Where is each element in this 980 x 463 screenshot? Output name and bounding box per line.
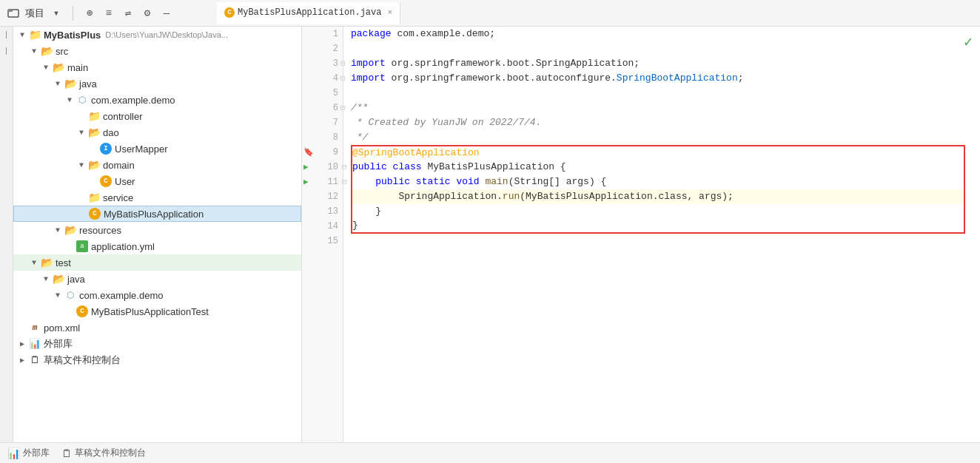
annotation-9: @SpringBootApplication	[352, 146, 480, 160]
libs-icon: 📊	[28, 337, 41, 351]
project-label[interactable]: 项目	[25, 7, 44, 20]
tree-src[interactable]: ▼ 📂 src	[13, 43, 301, 59]
tree-scratch[interactable]: ▶ 🗒 草稿文件和控制台	[13, 352, 301, 368]
list-icon[interactable]: ≡	[101, 6, 116, 21]
scratch-item[interactable]: 🗒 草稿文件和控制台	[61, 447, 146, 459]
code-line-11: ⊟ public static void main(String[] args)…	[351, 175, 965, 189]
libs-label: 外部库	[44, 337, 73, 351]
scratch-arrow: ▶	[16, 356, 28, 365]
controller-label: controller	[103, 111, 142, 122]
code-lines: package com.example.demo; ⊟ import org.s…	[343, 27, 980, 442]
app-test-icon: C	[75, 305, 89, 318]
fold-3: ⊟	[340, 56, 346, 71]
line-num-7: 7	[302, 115, 343, 130]
test-java-icon: 📂	[52, 272, 65, 285]
fold-10: ⊟	[342, 160, 347, 175]
test-package-icon: ⬡	[64, 288, 77, 302]
code-line-7: * Created by YuanJW on 2022/7/4.	[351, 115, 980, 130]
import-4c: ;	[738, 71, 744, 86]
close-icon[interactable]: —	[159, 6, 174, 21]
line-num-10: ▶ 10	[302, 160, 343, 175]
test-label: test	[56, 257, 71, 268]
tree-java[interactable]: ▼ 📂 java	[13, 75, 301, 92]
tree-app-selected[interactable]: ▶ C MyBatisPlusApplication	[13, 206, 301, 222]
kw-void-11: void	[456, 175, 485, 189]
tree-usermapper[interactable]: ▶ I UserMapper	[13, 141, 301, 157]
tab-label: MyBatisPlusApplication.java	[238, 7, 381, 18]
tree-test-java[interactable]: ▼ 📂 java	[13, 271, 301, 287]
tree-user[interactable]: ▶ C User	[13, 173, 301, 189]
package-label: com.example.demo	[91, 95, 175, 106]
comment-7: * Created by YuanJW on 2022/7/4.	[351, 115, 541, 130]
line-num-3: 3	[302, 56, 343, 71]
rail-icon-2: |	[1, 45, 13, 57]
project-icon[interactable]	[6, 6, 21, 21]
add-icon[interactable]: ⊕	[82, 6, 97, 21]
bottom-bar: 📊 外部库 🗒 草稿文件和控制台	[0, 442, 980, 463]
tree-external-libs[interactable]: ▶ 📊 外部库	[13, 336, 301, 352]
line-num-12: 12	[302, 189, 343, 204]
kw-static-11: static	[416, 175, 457, 189]
code-area: 1 2 3 4 5 6 7 8 🔖 9 ▶ 10	[302, 27, 980, 442]
test-package-label: com.example.demo	[79, 290, 163, 301]
tree-dao[interactable]: ▼ 📂 dao	[13, 124, 301, 141]
kw-import-4: import	[351, 71, 392, 86]
main-content: | | ▼ 📁 MyBatisPlus D:\Users\YuanJW\Desk…	[0, 27, 980, 442]
src-label: src	[56, 46, 68, 57]
tree-service[interactable]: ▶ 📁 service	[13, 189, 301, 206]
method-run: run	[503, 189, 520, 204]
bookmark-9: 🔖	[303, 145, 314, 160]
run-11[interactable]: ▶	[303, 175, 309, 189]
dao-label: dao	[103, 127, 119, 138]
tree-pom[interactable]: ▶ m pom.xml	[13, 320, 301, 336]
java-arrow: ▼	[52, 80, 64, 88]
file-tab[interactable]: C MyBatisPlusApplication.java ×	[217, 2, 400, 24]
run-10[interactable]: ▶	[303, 160, 309, 175]
tree-main[interactable]: ▼ 📂 main	[13, 59, 301, 75]
tree-domain[interactable]: ▼ 📂 domain	[13, 157, 301, 173]
root-arrow: ▼	[16, 31, 28, 39]
tree-test[interactable]: ▼ 📂 test	[13, 254, 301, 271]
classname-10: MyBatisPlusApplication {	[427, 160, 565, 175]
toolbar: 项目 ▾ ⊕ ≡ ⇌ ⚙ — C MyBatisPlusApplication.…	[0, 0, 980, 27]
left-rail: | |	[0, 27, 13, 442]
dropdown-icon[interactable]: ▾	[49, 6, 64, 21]
indent-11	[352, 175, 375, 189]
sidebar: ▼ 📁 MyBatisPlus D:\Users\YuanJW\Desktop\…	[13, 27, 302, 442]
test-java-arrow: ▼	[40, 275, 52, 283]
code-line-5	[351, 86, 980, 101]
libs-arrow: ▶	[16, 339, 28, 348]
code-line-4: ⊟ import org.springframework.boot.autoco…	[351, 71, 980, 86]
external-libs-item[interactable]: 📊 外部库	[7, 447, 50, 459]
app-test-label: MyBatisPlusApplicationTest	[91, 306, 209, 317]
tree-controller[interactable]: ▶ 📁 controller	[13, 108, 301, 124]
code-line-3: ⊟ import org.springframework.boot.Spring…	[351, 56, 980, 71]
settings-icon[interactable]: ⚙	[140, 6, 155, 21]
tree-package[interactable]: ▼ ⬡ com.example.demo	[13, 92, 301, 108]
tree-root[interactable]: ▼ 📁 MyBatisPlus D:\Users\YuanJW\Desktop\…	[13, 27, 301, 43]
usermapper-label: UserMapper	[115, 143, 168, 155]
tree-yaml[interactable]: ▶ a application.yml	[13, 238, 301, 254]
dao-folder-icon: 📂	[87, 126, 101, 139]
libs-bottom-label: 外部库	[23, 447, 50, 459]
method-main: main	[485, 175, 508, 189]
line-num-13: 13	[302, 204, 343, 219]
line-num-15: 15	[302, 234, 343, 249]
collapse-icon[interactable]: ⇌	[121, 6, 135, 21]
domain-arrow: ▼	[75, 161, 87, 169]
brace-14: }	[352, 218, 358, 233]
tree-test-package[interactable]: ▼ ⬡ com.example.demo	[13, 287, 301, 303]
line-num-1: 1	[302, 27, 343, 41]
fold-11: ⊟	[342, 175, 347, 189]
rail-icon-1: |	[1, 29, 13, 41]
svg-rect-1	[8, 10, 13, 12]
code-line-14: }	[351, 219, 965, 234]
tree-resources[interactable]: ▼ 📂 resources	[13, 222, 301, 238]
test-arrow: ▼	[28, 259, 40, 267]
tree-app-test[interactable]: ▶ C MyBatisPlusApplicationTest	[13, 303, 301, 320]
user-label: User	[115, 176, 135, 187]
yaml-label: application.yml	[91, 241, 155, 252]
code-editor[interactable]: ✓ 1 2 3 4 5 6 7 8 🔖 9 ▶	[302, 27, 980, 442]
line-num-9: 🔖 9	[302, 145, 343, 160]
tab-close-button[interactable]: ×	[387, 8, 392, 17]
